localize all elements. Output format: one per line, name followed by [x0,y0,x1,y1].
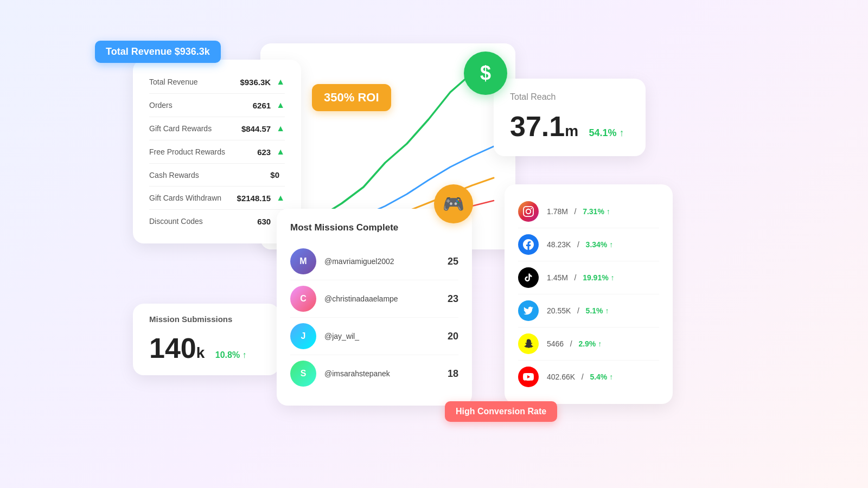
stats-row-giftcard: Gift Card Rewards $844.57 ▲ [149,117,285,140]
arrow-withdrawn: ▲ [276,193,285,203]
snapchat-icon [518,333,539,354]
youtube-icon [518,367,539,387]
arrow-orders: ▲ [276,100,285,110]
stats-value-orders: 6261 [253,101,271,110]
mission-item-1: C @christinadaaelampe 23 [290,280,458,318]
mission-count-0: 25 [448,256,458,267]
mission-username-3: @imsarahstepanek [324,369,448,378]
mission-avatar-1: C [290,286,316,312]
stats-value-giftcard: $844.57 [241,124,271,133]
dollar-sign-icon: $ [480,62,491,85]
mission-count-1: 23 [448,293,458,305]
mission-count-3: 18 [448,368,458,380]
mission-count-2: 20 [448,331,458,342]
stats-label-revenue: Total Revenue [149,78,240,86]
stats-row-cash: Cash Rewards $0 [149,164,285,187]
stats-row-withdrawn: Gift Cards Withdrawn $2148.15 ▲ [149,187,285,210]
mission-submissions-percent: 10.8% ↑ [215,350,247,359]
game-controller-badge: 🎮 [434,184,473,223]
mission-username-2: @jay_wil_ [324,332,448,341]
instagram-icon [518,201,539,222]
stats-row-discount: Discount Codes 630 ▲ [149,210,285,233]
dashboard: Total Revenue $936.3k Total Revenue $936… [0,0,868,488]
twitter-stats: 20.55K / 5.1% ↑ [547,306,659,315]
facebook-icon [518,234,539,255]
snapchat-stats: 5466 / 2.9% ↑ [547,339,659,348]
total-revenue-badge: Total Revenue $936.3k [95,41,221,63]
mission-avatar-0: M [290,248,316,274]
tiktok-icon [518,267,539,288]
tiktok-stats: 1.45M / 19.91% ↑ [547,273,659,282]
game-controller-icon: 🎮 [443,194,464,214]
stats-value-freeproduct: 623 [257,147,271,157]
roi-badge: 350% ROI [312,84,391,111]
social-row-youtube: 402.66K / 5.4% ↑ [518,361,659,393]
total-reach-card: Total Reach 37.1m 54.1% ↑ [494,79,646,156]
mission-item-3: S @imsarahstepanek 18 [290,355,458,392]
total-reach-percent: 54.1% ↑ [589,127,624,138]
missions-card-title: Most Missions Complete [290,222,458,233]
stats-label-freeproduct: Free Product Rewards [149,147,257,156]
youtube-stats: 402.66K / 5.4% ↑ [547,373,659,381]
stats-value-discount: 630 [257,217,271,226]
social-row-twitter: 20.55K / 5.1% ↑ [518,294,659,328]
stats-label-orders: Orders [149,101,253,110]
social-row-tiktok: 1.45M / 19.91% ↑ [518,261,659,294]
mission-submissions-title: Mission Submissions [149,314,263,324]
social-row-snapchat: 5466 / 2.9% ↑ [518,328,659,361]
stats-value-cash: $0 [270,170,279,179]
stats-label-giftcard: Gift Card Rewards [149,124,241,133]
mission-item-2: J @jay_wil_ 20 [290,318,458,355]
high-conversion-badge: High Conversion Rate [445,401,557,422]
stats-row-orders: Orders 6261 ▲ [149,94,285,117]
mission-submissions-card: Mission Submissions 140k 10.8% ↑ [133,304,279,375]
arrow-giftcard: ▲ [276,124,285,133]
stats-row-revenue: Total Revenue $936.3K ▲ [149,70,285,94]
dollar-icon-circle: $ [464,52,507,95]
mission-avatar-2: J [290,323,316,349]
stats-label-withdrawn: Gift Cards Withdrawn [149,194,237,202]
social-card: 1.78M / 7.31% ↑ 48.23K / 3.34% ↑ 1.45M /… [505,184,673,404]
stats-value-revenue: $936.3K [240,78,271,87]
stats-label-cash: Cash Rewards [149,171,270,179]
arrow-revenue: ▲ [276,77,285,87]
stats-value-withdrawn: $2148.15 [237,194,271,203]
total-reach-title: Total Reach [510,92,629,102]
stats-row-freeproduct: Free Product Rewards 623 ▲ [149,140,285,164]
mission-username-1: @christinadaaelampe [324,294,448,303]
instagram-stats: 1.78M / 7.31% ↑ [547,207,659,216]
social-row-instagram: 1.78M / 7.31% ↑ [518,195,659,228]
missions-card: Most Missions Complete M @mavriamiguel20… [277,209,472,406]
twitter-icon [518,300,539,321]
mission-username-0: @mavriamiguel2002 [324,257,448,266]
total-reach-value: 37.1m 54.1% ↑ [510,110,629,143]
mission-item-0: M @mavriamiguel2002 25 [290,243,458,280]
mission-avatar-3: S [290,361,316,387]
arrow-freeproduct: ▲ [276,147,285,157]
social-row-facebook: 48.23K / 3.34% ↑ [518,228,659,261]
stats-card: Total Revenue $936.3K ▲ Orders 6261 ▲ Gi… [133,60,301,243]
facebook-stats: 48.23K / 3.34% ↑ [547,240,659,249]
stats-label-discount: Discount Codes [149,217,257,226]
mission-submissions-value: 140k 10.8% ↑ [149,332,263,364]
